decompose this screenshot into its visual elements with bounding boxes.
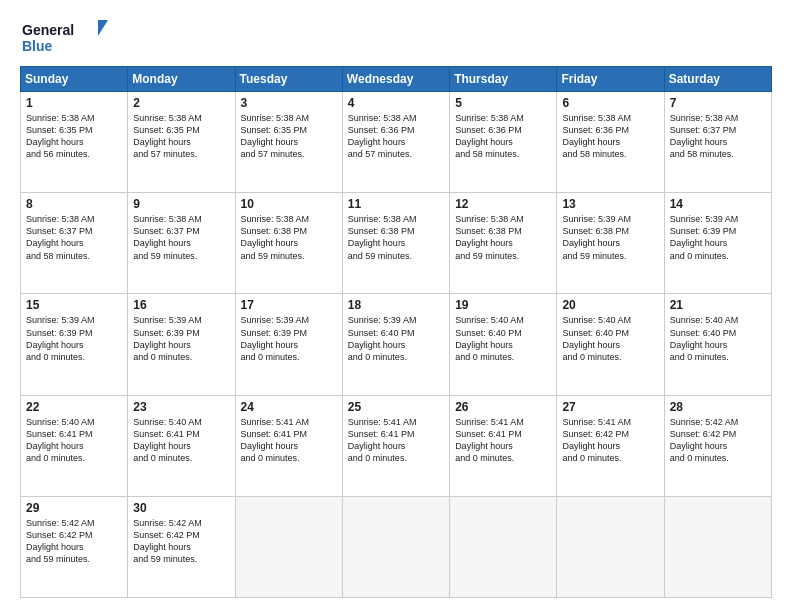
day-number: 11 <box>348 197 444 211</box>
header: General Blue <box>20 18 772 56</box>
day-info: Sunrise: 5:38 AMSunset: 6:38 PMDaylight … <box>348 214 417 260</box>
calendar-day: 18Sunrise: 5:39 AMSunset: 6:40 PMDayligh… <box>342 294 449 395</box>
calendar-day: 23Sunrise: 5:40 AMSunset: 6:41 PMDayligh… <box>128 395 235 496</box>
day-info: Sunrise: 5:38 AMSunset: 6:36 PMDaylight … <box>562 113 631 159</box>
day-info: Sunrise: 5:41 AMSunset: 6:41 PMDaylight … <box>348 417 417 463</box>
empty-cell <box>557 496 664 597</box>
day-info: Sunrise: 5:38 AMSunset: 6:35 PMDaylight … <box>26 113 95 159</box>
calendar-day: 26Sunrise: 5:41 AMSunset: 6:41 PMDayligh… <box>450 395 557 496</box>
day-number: 27 <box>562 400 658 414</box>
calendar-day: 30Sunrise: 5:42 AMSunset: 6:42 PMDayligh… <box>128 496 235 597</box>
day-number: 26 <box>455 400 551 414</box>
day-number: 20 <box>562 298 658 312</box>
calendar-day: 25Sunrise: 5:41 AMSunset: 6:41 PMDayligh… <box>342 395 449 496</box>
day-info: Sunrise: 5:40 AMSunset: 6:40 PMDaylight … <box>455 315 524 361</box>
calendar-day: 3Sunrise: 5:38 AMSunset: 6:35 PMDaylight… <box>235 92 342 193</box>
day-info: Sunrise: 5:41 AMSunset: 6:41 PMDaylight … <box>241 417 310 463</box>
day-info: Sunrise: 5:40 AMSunset: 6:41 PMDaylight … <box>133 417 202 463</box>
day-info: Sunrise: 5:42 AMSunset: 6:42 PMDaylight … <box>26 518 95 564</box>
calendar-day: 16Sunrise: 5:39 AMSunset: 6:39 PMDayligh… <box>128 294 235 395</box>
calendar-day: 10Sunrise: 5:38 AMSunset: 6:38 PMDayligh… <box>235 193 342 294</box>
logo-svg: General Blue <box>20 18 110 56</box>
calendar-day: 15Sunrise: 5:39 AMSunset: 6:39 PMDayligh… <box>21 294 128 395</box>
calendar-table: SundayMondayTuesdayWednesdayThursdayFrid… <box>20 66 772 598</box>
day-info: Sunrise: 5:39 AMSunset: 6:40 PMDaylight … <box>348 315 417 361</box>
day-number: 16 <box>133 298 229 312</box>
calendar-day: 27Sunrise: 5:41 AMSunset: 6:42 PMDayligh… <box>557 395 664 496</box>
day-info: Sunrise: 5:40 AMSunset: 6:40 PMDaylight … <box>562 315 631 361</box>
day-info: Sunrise: 5:40 AMSunset: 6:41 PMDaylight … <box>26 417 95 463</box>
calendar-day: 8Sunrise: 5:38 AMSunset: 6:37 PMDaylight… <box>21 193 128 294</box>
calendar-day: 17Sunrise: 5:39 AMSunset: 6:39 PMDayligh… <box>235 294 342 395</box>
day-info: Sunrise: 5:39 AMSunset: 6:39 PMDaylight … <box>670 214 739 260</box>
empty-cell <box>235 496 342 597</box>
day-number: 3 <box>241 96 337 110</box>
day-number: 6 <box>562 96 658 110</box>
page: General Blue SundayMondayTuesdayWednesda… <box>0 0 792 612</box>
day-info: Sunrise: 5:42 AMSunset: 6:42 PMDaylight … <box>133 518 202 564</box>
day-number: 23 <box>133 400 229 414</box>
day-of-week-header: Thursday <box>450 67 557 92</box>
day-info: Sunrise: 5:39 AMSunset: 6:39 PMDaylight … <box>241 315 310 361</box>
day-info: Sunrise: 5:38 AMSunset: 6:36 PMDaylight … <box>348 113 417 159</box>
day-info: Sunrise: 5:40 AMSunset: 6:40 PMDaylight … <box>670 315 739 361</box>
calendar-day: 20Sunrise: 5:40 AMSunset: 6:40 PMDayligh… <box>557 294 664 395</box>
calendar-day: 5Sunrise: 5:38 AMSunset: 6:36 PMDaylight… <box>450 92 557 193</box>
day-info: Sunrise: 5:38 AMSunset: 6:37 PMDaylight … <box>133 214 202 260</box>
day-info: Sunrise: 5:39 AMSunset: 6:38 PMDaylight … <box>562 214 631 260</box>
day-info: Sunrise: 5:39 AMSunset: 6:39 PMDaylight … <box>26 315 95 361</box>
day-number: 17 <box>241 298 337 312</box>
day-number: 28 <box>670 400 766 414</box>
empty-cell <box>450 496 557 597</box>
day-info: Sunrise: 5:39 AMSunset: 6:39 PMDaylight … <box>133 315 202 361</box>
day-number: 15 <box>26 298 122 312</box>
day-info: Sunrise: 5:42 AMSunset: 6:42 PMDaylight … <box>670 417 739 463</box>
day-info: Sunrise: 5:38 AMSunset: 6:35 PMDaylight … <box>241 113 310 159</box>
day-info: Sunrise: 5:38 AMSunset: 6:37 PMDaylight … <box>670 113 739 159</box>
calendar-day: 13Sunrise: 5:39 AMSunset: 6:38 PMDayligh… <box>557 193 664 294</box>
calendar-day: 2Sunrise: 5:38 AMSunset: 6:35 PMDaylight… <box>128 92 235 193</box>
day-of-week-header: Monday <box>128 67 235 92</box>
day-number: 8 <box>26 197 122 211</box>
calendar-day: 21Sunrise: 5:40 AMSunset: 6:40 PMDayligh… <box>664 294 771 395</box>
calendar-day: 6Sunrise: 5:38 AMSunset: 6:36 PMDaylight… <box>557 92 664 193</box>
day-of-week-header: Tuesday <box>235 67 342 92</box>
day-number: 12 <box>455 197 551 211</box>
day-number: 5 <box>455 96 551 110</box>
day-number: 2 <box>133 96 229 110</box>
day-number: 9 <box>133 197 229 211</box>
day-number: 7 <box>670 96 766 110</box>
calendar-day: 4Sunrise: 5:38 AMSunset: 6:36 PMDaylight… <box>342 92 449 193</box>
day-info: Sunrise: 5:38 AMSunset: 6:36 PMDaylight … <box>455 113 524 159</box>
calendar-day: 29Sunrise: 5:42 AMSunset: 6:42 PMDayligh… <box>21 496 128 597</box>
calendar-day: 22Sunrise: 5:40 AMSunset: 6:41 PMDayligh… <box>21 395 128 496</box>
day-of-week-header: Saturday <box>664 67 771 92</box>
svg-text:Blue: Blue <box>22 38 53 54</box>
day-number: 25 <box>348 400 444 414</box>
day-info: Sunrise: 5:38 AMSunset: 6:38 PMDaylight … <box>455 214 524 260</box>
day-number: 29 <box>26 501 122 515</box>
empty-cell <box>342 496 449 597</box>
svg-marker-2 <box>98 20 108 36</box>
day-number: 10 <box>241 197 337 211</box>
calendar-day: 14Sunrise: 5:39 AMSunset: 6:39 PMDayligh… <box>664 193 771 294</box>
day-info: Sunrise: 5:41 AMSunset: 6:42 PMDaylight … <box>562 417 631 463</box>
day-number: 30 <box>133 501 229 515</box>
calendar-day: 1Sunrise: 5:38 AMSunset: 6:35 PMDaylight… <box>21 92 128 193</box>
day-number: 19 <box>455 298 551 312</box>
day-of-week-header: Wednesday <box>342 67 449 92</box>
svg-text:General: General <box>22 22 74 38</box>
day-info: Sunrise: 5:38 AMSunset: 6:35 PMDaylight … <box>133 113 202 159</box>
day-info: Sunrise: 5:41 AMSunset: 6:41 PMDaylight … <box>455 417 524 463</box>
calendar-day: 9Sunrise: 5:38 AMSunset: 6:37 PMDaylight… <box>128 193 235 294</box>
calendar-day: 19Sunrise: 5:40 AMSunset: 6:40 PMDayligh… <box>450 294 557 395</box>
calendar-day: 11Sunrise: 5:38 AMSunset: 6:38 PMDayligh… <box>342 193 449 294</box>
day-number: 13 <box>562 197 658 211</box>
day-number: 24 <box>241 400 337 414</box>
day-info: Sunrise: 5:38 AMSunset: 6:38 PMDaylight … <box>241 214 310 260</box>
calendar-day: 7Sunrise: 5:38 AMSunset: 6:37 PMDaylight… <box>664 92 771 193</box>
day-number: 21 <box>670 298 766 312</box>
logo: General Blue <box>20 18 110 56</box>
calendar-day: 28Sunrise: 5:42 AMSunset: 6:42 PMDayligh… <box>664 395 771 496</box>
day-number: 4 <box>348 96 444 110</box>
